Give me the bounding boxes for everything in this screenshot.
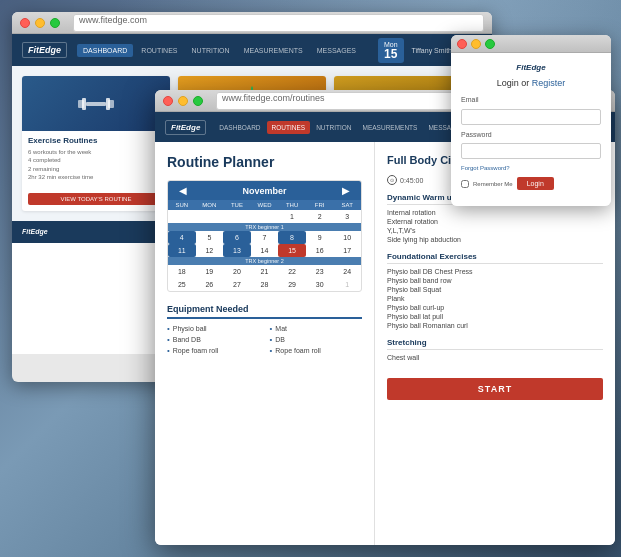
login-title: Login or Register: [461, 78, 601, 88]
equip-item-5: • DB: [270, 336, 363, 344]
stretching-exercises: Chest wall: [387, 353, 603, 362]
cal-day-11[interactable]: 11: [168, 244, 196, 257]
nav-measurements-back[interactable]: MEASUREMENTS: [238, 44, 309, 57]
cal-day-21[interactable]: 21: [251, 265, 279, 278]
register-link[interactable]: Register: [532, 78, 566, 88]
cal-day-16[interactable]: 16: [306, 244, 334, 257]
cal-day-13[interactable]: 13: [223, 244, 251, 257]
cal-day-empty: [196, 210, 224, 223]
maximize-btn-front[interactable]: [193, 96, 203, 106]
cal-day-30[interactable]: 30: [306, 278, 334, 291]
exercise-card-body-back: Exercise Routines 6 workouts for the wee…: [22, 131, 170, 187]
cal-wd-tue: TUE: [223, 200, 251, 210]
equip-item-6: • Rope foam roll: [270, 347, 363, 355]
cal-wd-wed: WED: [251, 200, 279, 210]
minimize-btn-login[interactable]: [471, 39, 481, 49]
close-btn-front[interactable]: [163, 96, 173, 106]
cal-day-25[interactable]: 25: [168, 278, 196, 291]
exercise-item: Plank: [387, 294, 603, 303]
cal-day-18[interactable]: 18: [168, 265, 196, 278]
nav-dashboard-back[interactable]: DASHBOARD: [77, 44, 133, 57]
cal-day-1[interactable]: 1: [278, 210, 306, 223]
minimize-btn-back[interactable]: [35, 18, 45, 28]
nav-routines-back[interactable]: ROUTINES: [135, 44, 183, 57]
cal-day-6[interactable]: 6: [223, 231, 251, 244]
cal-week-5: 25 26 27 28 29 30 1: [168, 278, 361, 291]
cal-day-28[interactable]: 28: [251, 278, 279, 291]
cal-day-9[interactable]: 9: [306, 231, 334, 244]
exercise-item: Physio ball curl-up: [387, 303, 603, 312]
cal-day-8[interactable]: 8: [278, 231, 306, 244]
svg-rect-2: [86, 102, 106, 106]
cal-day-17[interactable]: 17: [333, 244, 361, 257]
equip-col-1: • Physio ball • Band DB • Rope foam roll: [167, 325, 260, 358]
login-content: FitEdge Login or Register Email Password…: [451, 53, 611, 206]
cal-weekdays: SUN MON TUE WED THU FRI SAT: [168, 200, 361, 210]
dumbbell-icon: [76, 89, 116, 119]
cal-day-20[interactable]: 20: [223, 265, 251, 278]
nav-measurements-front[interactable]: MEASUREMENTS: [358, 121, 423, 134]
nav-routines-front[interactable]: ROUTINES: [267, 121, 311, 134]
remember-me-row: Remember Me Login: [461, 177, 601, 190]
cal-wd-sat: SAT: [333, 200, 361, 210]
cal-prev-btn[interactable]: ◀: [176, 185, 190, 196]
cal-week-3: 11 12 13 14 15 16 17: [168, 244, 361, 257]
cal-day-14[interactable]: 14: [251, 244, 279, 257]
cal-wd-thu: THU: [278, 200, 306, 210]
exercise-item: Physio ball band row: [387, 276, 603, 285]
cal-day-29[interactable]: 29: [278, 278, 306, 291]
cal-day-19[interactable]: 19: [196, 265, 224, 278]
remember-checkbox[interactable]: [461, 180, 469, 188]
forgot-password-link[interactable]: Forgot Password?: [461, 165, 601, 171]
view-routine-btn-back[interactable]: VIEW TODAY'S ROUTINE: [28, 193, 164, 205]
password-input[interactable]: [461, 143, 601, 159]
exercise-card-title-back: Exercise Routines: [28, 136, 164, 145]
cal-day-empty: [251, 210, 279, 223]
maximize-btn-back[interactable]: [50, 18, 60, 28]
nav-nutrition-back[interactable]: NUTRITION: [186, 44, 236, 57]
section-stretching-title: Stretching: [387, 338, 603, 350]
section-foundational-title: Foundational Exercises: [387, 252, 603, 264]
cal-day-22[interactable]: 22: [278, 265, 306, 278]
trx-label-2: TRX beginner 2: [168, 257, 361, 265]
nav-nutrition-front[interactable]: NUTRITION: [311, 121, 356, 134]
cal-day-27[interactable]: 27: [223, 278, 251, 291]
login-button[interactable]: Login: [517, 177, 554, 190]
nav-back: DASHBOARD ROUTINES NUTRITION MEASUREMENT…: [77, 44, 362, 57]
exercise-item: External rotation: [387, 217, 603, 226]
cal-day-2[interactable]: 2: [306, 210, 334, 223]
cal-week-4: 18 19 20 21 22 23 24: [168, 265, 361, 278]
email-input[interactable]: [461, 109, 601, 125]
exercise-item: Chest wall: [387, 353, 603, 362]
logo-front: FitEdge: [165, 120, 206, 135]
start-button[interactable]: START: [387, 378, 603, 400]
cal-day-24[interactable]: 24: [333, 265, 361, 278]
cal-day-23[interactable]: 23: [306, 265, 334, 278]
nav-messages-back[interactable]: MESSAGES: [311, 44, 362, 57]
foundational-exercises: Physio ball DB Chest Press Physio ball b…: [387, 267, 603, 330]
exercise-item: Physio ball Romanian curl: [387, 321, 603, 330]
email-label: Email: [461, 96, 601, 103]
cal-next-btn[interactable]: ▶: [339, 185, 353, 196]
cal-day-15[interactable]: 15: [278, 244, 306, 257]
cal-day-4[interactable]: 4: [168, 231, 196, 244]
exercise-item: Physio ball DB Chest Press: [387, 267, 603, 276]
cal-day-3[interactable]: 3: [333, 210, 361, 223]
close-btn-back[interactable]: [20, 18, 30, 28]
login-logo: FitEdge: [461, 63, 601, 72]
maximize-btn-login[interactable]: [485, 39, 495, 49]
cal-day-26[interactable]: 26: [196, 278, 224, 291]
clock-icon: ⊙: [387, 175, 397, 185]
address-bar-back[interactable]: www.fitedge.com: [73, 14, 484, 32]
date-badge-back: Mon 15: [378, 38, 404, 63]
exercise-item: Internal rotation: [387, 208, 603, 217]
minimize-btn-front[interactable]: [178, 96, 188, 106]
close-btn-login[interactable]: [457, 39, 467, 49]
nav-dashboard-front[interactable]: DASHBOARD: [214, 121, 265, 134]
cal-day-7[interactable]: 7: [251, 231, 279, 244]
cal-day-10[interactable]: 10: [333, 231, 361, 244]
cal-day-dec-1[interactable]: 1: [333, 278, 361, 291]
cal-day-12[interactable]: 12: [196, 244, 224, 257]
cal-day-5[interactable]: 5: [196, 231, 224, 244]
cal-month: November: [242, 186, 286, 196]
